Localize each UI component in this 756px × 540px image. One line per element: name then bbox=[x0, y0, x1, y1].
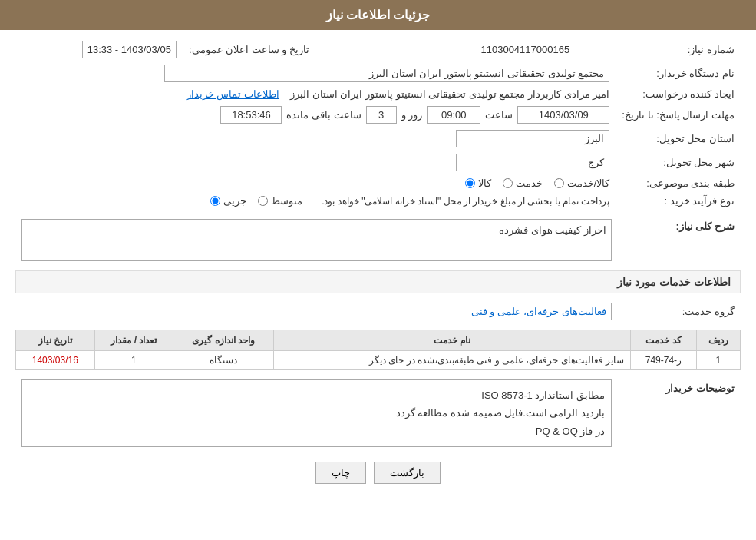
province-input: البرز bbox=[456, 130, 609, 147]
buyer-desc-table: توضیحات خریدار مطابق استاندارد ISO 8573-… bbox=[15, 376, 741, 450]
response-date-input: 1403/03/09 bbox=[517, 106, 609, 124]
buyer-org-label: نام دستگاه خریدار: bbox=[616, 61, 741, 85]
col-row-num: ردیف bbox=[696, 330, 740, 351]
purchase-type-option-jozi[interactable]: جزیی bbox=[210, 195, 246, 207]
province-label: استان محل تحویل: bbox=[616, 127, 741, 151]
buyer-org-row: نام دستگاه خریدار: مجتمع تولیدی تحقیقاتی… bbox=[15, 61, 741, 85]
announce-date-value: 1403/03/05 - 13:33 bbox=[15, 38, 183, 61]
service-group-row: گروه خدمت: فعالیت‌های حرفه‌ای، علمی و فن… bbox=[15, 300, 741, 323]
buyer-org-value: مجتمع تولیدی تحقیقاتی انستیتو پاستور ایر… bbox=[15, 61, 616, 85]
creator-value: امیر مرادی کاربردار مجتمع تولیدی تحقیقات… bbox=[15, 85, 616, 103]
category-value: کالا/خدمت خدمت کالا bbox=[15, 174, 616, 192]
service-group-table: گروه خدمت: فعالیت‌های حرفه‌ای، علمی و فن… bbox=[15, 300, 741, 323]
announce-date-input: 1403/03/05 - 13:33 bbox=[82, 41, 177, 58]
general-desc-value: احراز کیفیت هوای فشرده bbox=[15, 216, 618, 264]
table-row: 1 ز-74-749 سایر فعالیت‌های حرفه‌ای، علمی… bbox=[16, 351, 741, 370]
need-date-cell: 1403/03/16 bbox=[16, 351, 95, 370]
creator-text: امیر مرادی کاربردار مجتمع تولیدی تحقیقات… bbox=[290, 88, 609, 100]
col-unit: واحد اندازه گیری bbox=[173, 330, 274, 351]
back-button[interactable]: بازگشت bbox=[374, 462, 441, 484]
service-group-label: گروه خدمت: bbox=[618, 300, 741, 323]
announce-date-label: تاریخ و ساعت اعلان عمومی: bbox=[183, 38, 332, 61]
buyer-desc-content: مطابق استاندارد ISO 8573-1 بازدید الزامی… bbox=[21, 379, 612, 447]
city-value: کرج bbox=[15, 151, 616, 174]
response-deadline-value: 1403/03/09 ساعت 09:00 روز و 3 ساعت باقی … bbox=[15, 103, 616, 127]
service-group-value: فعالیت‌های حرفه‌ای، علمی و فنی bbox=[15, 300, 618, 323]
quantity-cell: 1 bbox=[94, 351, 173, 370]
category-label: طبقه بندی موضوعی: bbox=[616, 174, 741, 192]
purchase-type-note: پرداخت تمام یا بخشی از مبلغ خریدار از مح… bbox=[322, 196, 609, 207]
response-deadline-row: مهلت ارسال پاسخ: تا تاریخ: 1403/03/09 سا… bbox=[15, 103, 741, 127]
page-title: جزئیات اطلاعات نیاز bbox=[326, 8, 431, 22]
buyer-org-input: مجتمع تولیدی تحقیقاتی انستیتو پاستور ایر… bbox=[164, 65, 609, 82]
city-row: شهر محل تحویل: کرج bbox=[15, 151, 741, 174]
purchase-type-radio-group: پرداخت تمام یا بخشی از مبلغ خریدار از مح… bbox=[21, 195, 609, 207]
category-option-khedmat[interactable]: خدمت bbox=[503, 177, 543, 189]
page-header: جزئیات اطلاعات نیاز bbox=[0, 0, 756, 30]
general-desc-label: شرح کلی نیاز: bbox=[618, 216, 741, 264]
creator-row: ایجاد کننده درخواست: امیر مرادی کاربردار… bbox=[15, 85, 741, 103]
services-data-table: ردیف کد خدمت نام خدمت واحد اندازه گیری ت… bbox=[15, 330, 741, 370]
request-number-input: 1103004117000165 bbox=[441, 41, 609, 58]
request-number-value: 1103004117000165 bbox=[332, 38, 616, 61]
response-remaining-label: ساعت باقی مانده bbox=[286, 109, 361, 121]
service-name-cell: سایر فعالیت‌های حرفه‌ای، علمی و فنی طبقه… bbox=[274, 351, 631, 370]
response-remaining-input: 18:53:46 bbox=[220, 106, 282, 124]
general-desc-table: شرح کلی نیاز: احراز کیفیت هوای فشرده bbox=[15, 216, 741, 264]
buyer-desc-row: توضیحات خریدار مطابق استاندارد ISO 8573-… bbox=[15, 376, 741, 450]
province-value: البرز bbox=[15, 127, 616, 151]
category-radio-group: کالا/خدمت خدمت کالا bbox=[21, 177, 609, 189]
main-info-table: شماره نیاز: 1103004117000165 تاریخ و ساع… bbox=[15, 38, 741, 210]
col-service-name: نام خدمت bbox=[274, 330, 631, 351]
city-label: شهر محل تحویل: bbox=[616, 151, 741, 174]
city-input: کرج bbox=[456, 154, 609, 171]
category-row: طبقه بندی موضوعی: کالا/خدمت خدمت کالا bbox=[15, 174, 741, 192]
row-num-cell: 1 bbox=[696, 351, 740, 370]
purchase-type-row: نوع فرآیند خرید : پرداخت تمام یا بخشی از… bbox=[15, 192, 741, 210]
purchase-type-label: نوع فرآیند خرید : bbox=[616, 192, 741, 210]
request-number-label: شماره نیاز: bbox=[616, 38, 741, 61]
col-service-code: کد خدمت bbox=[631, 330, 697, 351]
buyer-desc-value: مطابق استاندارد ISO 8573-1 بازدید الزامی… bbox=[15, 376, 618, 450]
service-code-cell: ز-74-749 bbox=[631, 351, 697, 370]
action-buttons: بازگشت چاپ bbox=[15, 462, 741, 484]
unit-cell: دستگاه bbox=[173, 351, 274, 370]
response-days-input: 3 bbox=[366, 106, 397, 124]
purchase-type-option-motawaset[interactable]: متوسط bbox=[258, 195, 302, 207]
response-day-label: روز و bbox=[401, 109, 423, 121]
print-button[interactable]: چاپ bbox=[315, 462, 366, 484]
response-deadline-label: مهلت ارسال پاسخ: تا تاریخ: bbox=[616, 103, 741, 127]
response-time-label: ساعت bbox=[485, 109, 513, 121]
general-desc-textarea: احراز کیفیت هوای فشرده bbox=[21, 219, 612, 261]
col-quantity: تعداد / مقدار bbox=[94, 330, 173, 351]
services-section-header: اطلاعات خدمات مورد نیاز bbox=[15, 270, 741, 293]
response-time-input: 09:00 bbox=[427, 106, 480, 124]
request-number-row: شماره نیاز: 1103004117000165 تاریخ و ساع… bbox=[15, 38, 741, 61]
category-option-kala[interactable]: کالا bbox=[465, 177, 491, 189]
general-desc-row: شرح کلی نیاز: احراز کیفیت هوای فشرده bbox=[15, 216, 741, 264]
services-header-row: ردیف کد خدمت نام خدمت واحد اندازه گیری ت… bbox=[16, 330, 741, 351]
purchase-type-value: پرداخت تمام یا بخشی از مبلغ خریدار از مح… bbox=[15, 192, 616, 210]
category-option-kala-khedmat[interactable]: کالا/خدمت bbox=[554, 177, 610, 189]
contact-link[interactable]: اطلاعات تماس خریدار bbox=[187, 88, 279, 100]
services-table-header: ردیف کد خدمت نام خدمت واحد اندازه گیری ت… bbox=[16, 330, 741, 351]
creator-label: ایجاد کننده درخواست: bbox=[616, 85, 741, 103]
province-row: استان محل تحویل: البرز bbox=[15, 127, 741, 151]
services-table-body: 1 ز-74-749 سایر فعالیت‌های حرفه‌ای، علمی… bbox=[16, 351, 741, 370]
buyer-desc-label: توضیحات خریدار bbox=[618, 376, 741, 450]
col-need-date: تاریخ نیاز bbox=[16, 330, 95, 351]
service-group-input: فعالیت‌های حرفه‌ای، علمی و فنی bbox=[305, 303, 612, 320]
